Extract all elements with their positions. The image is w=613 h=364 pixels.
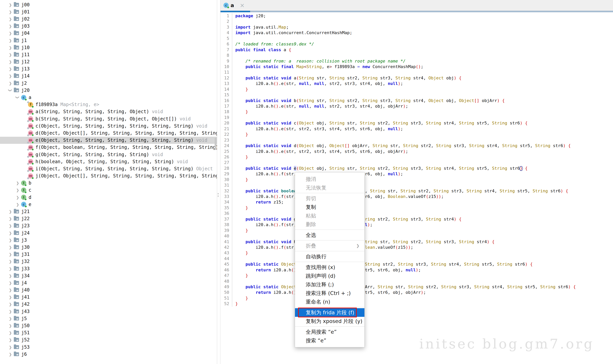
tree-item-j11[interactable]: ❯j11	[0, 51, 217, 58]
tree-item-j14[interactable]: ❯j14	[0, 73, 217, 79]
menu-item-剪切[interactable]: 剪切	[295, 194, 365, 203]
menu-item-粘贴[interactable]: 粘贴	[295, 211, 365, 220]
code-line-content[interactable]: }	[232, 228, 248, 233]
chevron-right-icon[interactable]: ❯	[7, 31, 14, 35]
code-line-content[interactable]: public static void e(Object obj, String …	[232, 166, 527, 171]
tree-item-b-string-string-string-string-object-object[interactable]: mb(String, String, String, String, Objec…	[0, 115, 217, 122]
code-line-content[interactable]: /* loaded from: classes9.dex */	[232, 41, 314, 47]
tree-item-j41[interactable]: ❯j41	[0, 294, 217, 301]
menu-item-重命名-n[interactable]: 重命名 (n)	[295, 298, 365, 306]
code-line-content[interactable]	[232, 69, 235, 75]
chevron-right-icon[interactable]: ❯	[7, 209, 14, 214]
code-line-content[interactable]: }	[232, 131, 248, 137]
tree-item-j10[interactable]: ❯j10	[0, 44, 217, 51]
code-area[interactable]: 1package j20;23import java.util.Map;4imp…	[220, 12, 613, 307]
tree-item-j33[interactable]: ❯j33	[0, 265, 217, 272]
tree-item-j12[interactable]: ❯j12	[0, 58, 217, 65]
menu-item-全局搜索-e[interactable]: 全局搜索 “e”	[295, 327, 365, 336]
chevron-right-icon[interactable]: ❯	[7, 231, 14, 235]
tree-item-c[interactable]: ❯Ic	[0, 187, 217, 194]
chevron-right-icon[interactable]: ❯	[7, 295, 14, 299]
code-line-content[interactable]	[232, 19, 235, 24]
code-line-content[interactable]: package j20;	[232, 13, 266, 19]
chevron-right-icon[interactable]: ❯	[7, 245, 14, 249]
tree-item-f189893a[interactable]: ff189893a Map<String, e>	[0, 101, 217, 108]
code-line-content[interactable]: }	[232, 109, 248, 115]
chevron-right-icon[interactable]: ❯	[7, 252, 14, 256]
tree-item-j43[interactable]: ❯j43	[0, 308, 217, 315]
code-line-content[interactable]: }	[232, 205, 248, 210]
tree-item-g-object-string-string-string-string[interactable]: mg(Object, String, String, String, Strin…	[0, 151, 217, 158]
chevron-right-icon[interactable]: ❯	[14, 202, 21, 207]
chevron-right-icon[interactable]: ❯	[7, 274, 14, 278]
tree-item-j20[interactable]: ❯j20	[0, 87, 217, 94]
tree-item-j02[interactable]: ❯j02	[0, 15, 217, 22]
tree-item-j3[interactable]: ❯j3	[0, 236, 217, 244]
tree-item-j34[interactable]: ❯j34	[0, 272, 217, 279]
tree-item-j-object-object-string-string-string-string-string-string[interactable]: mj(Object, Object[], String, String, Str…	[0, 172, 217, 180]
code-line-content[interactable]: }	[232, 177, 248, 182]
chevron-right-icon[interactable]: ❯	[7, 302, 14, 306]
code-line-content[interactable]	[232, 278, 235, 284]
menu-item-删除[interactable]: 删除	[295, 220, 365, 229]
chevron-right-icon[interactable]: ❯	[7, 3, 14, 7]
code-line-content[interactable]	[232, 92, 235, 98]
tree-item-j22[interactable]: ❯j22	[0, 215, 217, 222]
menu-item-复制[interactable]: 复制	[295, 203, 365, 211]
chevron-right-icon[interactable]: ❯	[7, 67, 14, 71]
code-line-content[interactable]: i20.a.h().e(str, null, null, str2, str3,…	[232, 103, 408, 109]
chevron-right-icon[interactable]: ❯	[7, 345, 14, 349]
menu-item-自动换行[interactable]: 自动换行	[295, 252, 365, 261]
chevron-right-icon[interactable]: ❯	[7, 17, 14, 21]
tree-item-j01[interactable]: ❯j01	[0, 8, 217, 15]
tree-item-j50[interactable]: ❯j50	[0, 322, 217, 329]
tree-item-e[interactable]: ❯ce	[0, 201, 217, 208]
chevron-right-icon[interactable]: ❯	[7, 10, 14, 14]
chevron-right-icon[interactable]: ❯	[14, 188, 21, 192]
code-line-content[interactable]	[232, 137, 235, 143]
chevron-right-icon[interactable]: ❯	[7, 259, 14, 263]
tree-item-f-object-boolean-string-string-string-string-string-string[interactable]: mf(Object, boolean, String, String, Stri…	[0, 144, 217, 151]
tree-item-j6[interactable]: ❯j6	[0, 351, 217, 358]
code-line-content[interactable]: }	[232, 154, 248, 160]
tree-item-j24[interactable]: ❯j24	[0, 229, 217, 236]
tree-item-j51[interactable]: ❯j51	[0, 329, 217, 336]
tree-item-j21[interactable]: ❯j21	[0, 208, 217, 215]
code-editor-pane[interactable]: c a × 1package j20;23import java.util.Ma…	[220, 0, 613, 364]
menu-item-搜索-e[interactable]: 搜索 “e”	[295, 336, 365, 345]
menu-item-添加注释[interactable]: 添加注释 (;)	[295, 280, 365, 289]
code-line-content[interactable]	[232, 210, 235, 216]
package-tree-panel[interactable]: ❯j00❯j01❯j02❯j03❯j04❯j1❯j10❯j11❯j12❯j13❯…	[0, 0, 217, 364]
tree-item-h-boolean-object-string-string-string-string[interactable]: mh(boolean, Object, String, String, Stri…	[0, 158, 217, 165]
code-line-content[interactable]: public static Object j(Object obj, Objec…	[232, 284, 576, 290]
tree-item-d[interactable]: ❯Id	[0, 194, 217, 201]
chevron-right-icon[interactable]: ❯	[7, 331, 14, 335]
tree-item-d-object-object-string-string-string-string-string-string[interactable]: md(Object, Object[], String, String, Str…	[0, 130, 217, 137]
panel-splitter[interactable]	[217, 0, 220, 364]
code-line-content[interactable]: public static final Map<String, e> f1898…	[232, 64, 423, 69]
chevron-right-icon[interactable]: ❯	[7, 267, 14, 271]
tree-item-j04[interactable]: ❯j04	[0, 30, 217, 37]
tree-item-b[interactable]: ❯Ib	[0, 180, 217, 187]
code-line-content[interactable]	[232, 115, 235, 120]
code-line-content[interactable]: i20.a.h().e(str, str2, str3, str4, str5,…	[232, 126, 403, 131]
code-line-content[interactable]: public static void d(Object obj, Object[…	[232, 143, 571, 148]
chevron-right-icon[interactable]: ❯	[14, 195, 21, 199]
tree-item-j1[interactable]: ❯j1	[0, 37, 217, 44]
close-icon[interactable]: ×	[240, 3, 245, 8]
chevron-right-icon[interactable]: ❯	[7, 38, 14, 43]
menu-item-跳到声明-d[interactable]: 跳到声明 (d)	[295, 272, 365, 280]
tree-item-j53[interactable]: ❯j53	[0, 343, 217, 351]
tree-item-a-string-string-string-string-object[interactable]: ma(String, String, String, String, Objec…	[0, 108, 217, 115]
chevron-right-icon[interactable]: ❯	[7, 324, 14, 328]
code-line-content[interactable]: i20.a.h().e(str, str2, str3, str4, str5,…	[232, 149, 408, 154]
menu-item-折叠[interactable]: 折叠❯	[295, 241, 365, 250]
chevron-right-icon[interactable]: ❯	[7, 74, 14, 78]
chevron-right-icon[interactable]: ❯	[7, 288, 14, 292]
code-line-content[interactable]: public final class a {	[232, 47, 291, 52]
code-line-content[interactable]: return z15;	[232, 199, 284, 205]
menu-item-撤消[interactable]: 撤消	[295, 175, 365, 183]
chevron-right-icon[interactable]: ❯	[7, 309, 14, 313]
tree-item-e-object-string-string-string-string-string-string[interactable]: me(Object, String, String, String, Strin…	[0, 137, 217, 144]
chevron-down-icon[interactable]: ❯	[8, 87, 13, 94]
